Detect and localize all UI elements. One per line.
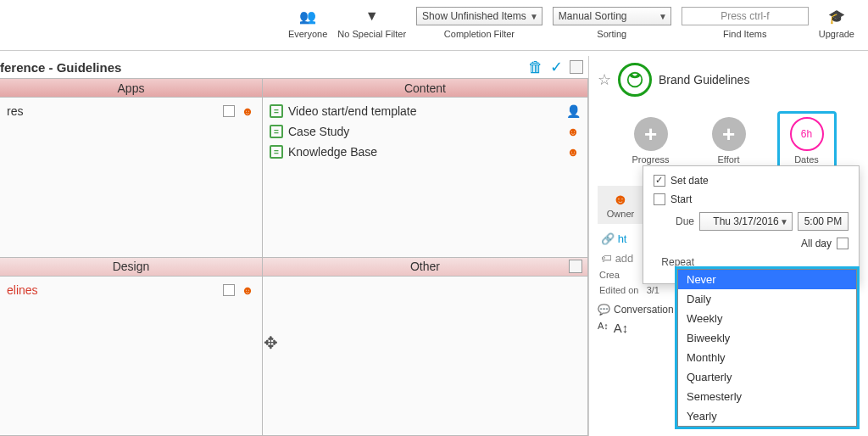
due-label: Due — [654, 215, 694, 227]
item-checkbox[interactable] — [223, 284, 235, 296]
chevron-down-icon: ▼ — [780, 217, 788, 226]
link-icon: 🔗 — [601, 232, 615, 245]
scope-selector[interactable]: 👥 Everyone — [288, 3, 327, 50]
list-item[interactable]: elines ☻ — [3, 280, 259, 300]
delete-button[interactable]: 🗑 — [528, 59, 543, 76]
set-date-row[interactable]: Set date — [654, 175, 849, 187]
globe-icon — [618, 63, 652, 97]
owner-picker[interactable]: ☻ Owner — [598, 186, 643, 224]
complete-button[interactable]: ✓ — [550, 58, 563, 76]
column-apps[interactable]: res ☻ — [0, 98, 263, 258]
upgrade-button[interactable]: 🎓 Upgrade — [819, 3, 854, 50]
column-content[interactable]: = Video start/end template 👤 = Case Stud… — [263, 98, 588, 258]
sorting-label: Sorting — [597, 29, 626, 46]
list-item[interactable]: res ☻ — [3, 101, 259, 121]
owner-avatar-icon: 👤 — [565, 103, 581, 119]
completion-value: Show Unfinished Items — [422, 10, 526, 22]
set-date-checkbox[interactable] — [654, 175, 665, 187]
tag-text: add — [615, 252, 634, 265]
progress-stat[interactable]: + Progress — [621, 117, 681, 170]
filter-selector[interactable]: ▼ No Special Filter — [337, 3, 406, 50]
task-icon: = — [270, 145, 283, 159]
stats-row: + Progress + Effort 6h Dates — [598, 117, 860, 170]
repeat-option-semesterly[interactable]: Semesterly — [678, 387, 856, 406]
repeat-option-yearly[interactable]: Yearly — [678, 406, 856, 426]
all-day-row: All day — [654, 238, 849, 249]
column-checkbox[interactable] — [569, 260, 582, 273]
font-decrease-button[interactable]: A↕ — [598, 321, 609, 335]
column-design[interactable]: elines ☻ — [0, 277, 263, 437]
scope-label: Everyone — [288, 29, 327, 46]
task-icon: = — [270, 125, 283, 138]
repeat-option-monthly[interactable]: Monthly — [678, 348, 856, 367]
column-header-other[interactable]: Other — [263, 258, 588, 277]
resize-handle[interactable]: ✥ — [258, 330, 283, 355]
funnel-icon: ▼ — [365, 8, 379, 24]
chat-icon: 💬 — [598, 304, 610, 316]
item-title: Case Study — [288, 125, 560, 138]
list-item[interactable]: = Case Study ☻ — [266, 121, 584, 142]
completion-combobox[interactable]: Show Unfinished Items ▼ — [416, 7, 542, 25]
top-toolbar: 👥 Everyone ▼ No Special Filter Show Unfi… — [0, 0, 868, 51]
effort-label: Effort — [717, 154, 739, 165]
repeat-option-quarterly[interactable]: Quarterly — [678, 367, 856, 387]
search-input[interactable]: Press ctrl-f — [682, 7, 809, 25]
kanban-board: Apps Content res ☻ = Video start/end tem… — [0, 78, 588, 436]
filter-label: No Special Filter — [337, 29, 406, 46]
item-title: Knowledge Base — [288, 145, 560, 159]
item-title: Video start/end template — [288, 104, 560, 118]
url-text: ht — [618, 232, 627, 245]
page-header: ference - Guidelines 🗑 ✓ — [0, 56, 588, 78]
star-icon[interactable]: ☆ — [598, 70, 611, 89]
start-row[interactable]: Start — [654, 193, 849, 205]
completion-label: Completion Filter — [444, 29, 515, 46]
sorting-group: Manual Sorting ▼ Sorting — [553, 3, 671, 50]
dates-label: Dates — [794, 154, 819, 165]
dates-stat[interactable]: 6h Dates — [777, 111, 837, 170]
repeat-option-never[interactable]: Never — [678, 270, 856, 289]
repeat-option-daily[interactable]: Daily — [678, 289, 856, 309]
due-time-input[interactable]: 5:00 PM — [798, 212, 849, 231]
item-checkbox[interactable] — [223, 105, 235, 117]
task-icon: = — [270, 104, 283, 118]
due-date-input[interactable]: Thu 3/17/2016 ▼ — [699, 212, 793, 231]
search-placeholder: Press ctrl-f — [721, 10, 769, 22]
set-date-label: Set date — [670, 175, 709, 187]
column-other[interactable] — [263, 277, 588, 437]
due-date-value: Thu 3/17/2016 — [713, 215, 778, 227]
column-header-design[interactable]: Design — [0, 258, 263, 277]
upgrade-label: Upgrade — [819, 29, 854, 46]
start-checkbox[interactable] — [654, 193, 665, 205]
people-icon: 👥 — [299, 8, 316, 25]
due-row: Due Thu 3/17/2016 ▼ 5:00 PM — [654, 212, 849, 231]
owner-avatar-icon: ☻ — [565, 124, 581, 139]
all-day-checkbox[interactable] — [837, 238, 849, 249]
list-item[interactable]: = Knowledge Base ☻ — [266, 142, 584, 162]
item-title: elines — [7, 283, 218, 297]
owner-avatar-icon: ☻ — [240, 103, 255, 119]
plus-icon: + — [712, 117, 746, 151]
chevron-down-icon: ▼ — [530, 12, 538, 21]
repeat-option-biweekly[interactable]: Biweekly — [678, 328, 856, 348]
column-header-apps[interactable]: Apps — [0, 79, 263, 98]
header-checkbox[interactable] — [570, 60, 583, 74]
search-group: Press ctrl-f Find Items — [682, 3, 809, 50]
conversation-label: Conversation — [614, 304, 674, 316]
font-increase-button[interactable]: A↕ — [614, 321, 629, 335]
tag-icon: 🏷 — [601, 252, 612, 265]
owner-label: Owner — [607, 209, 634, 219]
sorting-combobox[interactable]: Manual Sorting ▼ — [553, 7, 671, 25]
plus-icon: + — [634, 117, 668, 151]
chevron-down-icon: ▼ — [659, 12, 667, 21]
page-title: ference - Guidelines — [0, 60, 121, 75]
repeat-option-weekly[interactable]: Weekly — [678, 309, 856, 328]
effort-stat[interactable]: + Effort — [699, 117, 759, 170]
sorting-value: Manual Sorting — [559, 10, 627, 22]
list-item[interactable]: = Video start/end template 👤 — [266, 101, 584, 121]
column-header-content[interactable]: Content — [263, 79, 588, 98]
repeat-dropdown-list[interactable]: Never Daily Weekly Biweekly Monthly Quar… — [677, 269, 857, 427]
detail-title: Brand Guidelines — [659, 73, 749, 87]
item-title: res — [7, 104, 218, 118]
owner-face-icon: ☻ — [603, 191, 638, 209]
due-time-value: 5:00 PM — [804, 215, 843, 227]
